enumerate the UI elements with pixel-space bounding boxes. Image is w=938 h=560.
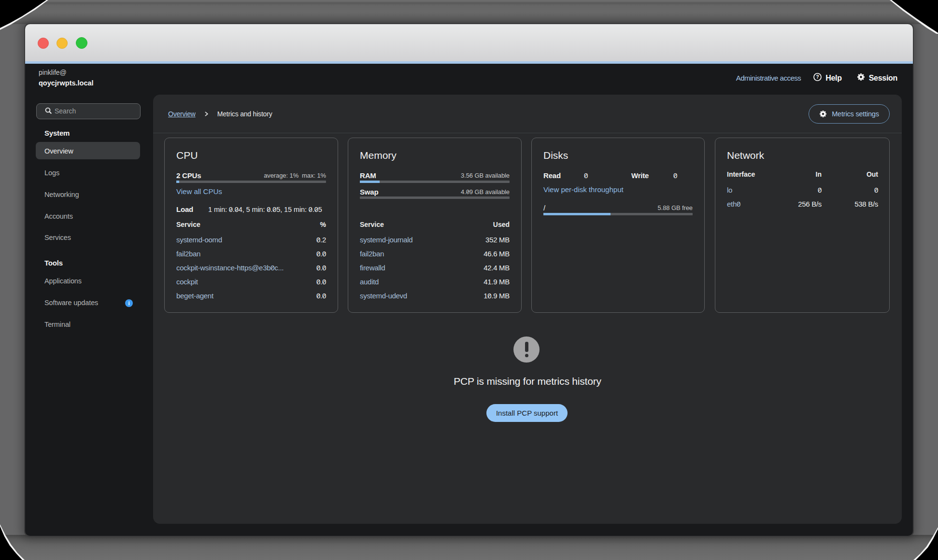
svg-text:?: ? (816, 74, 819, 80)
